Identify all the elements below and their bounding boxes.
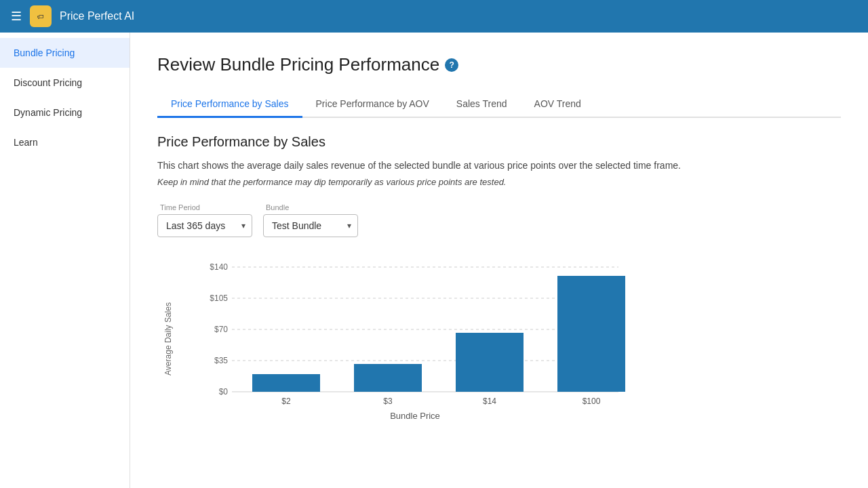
svg-text:$3: $3: [383, 396, 393, 405]
app-logo: 🏷: [30, 5, 52, 27]
section-title: Price Performance by Sales: [157, 134, 841, 150]
tab-aov-trend[interactable]: AOV Trend: [521, 92, 595, 118]
svg-text:$70: $70: [214, 325, 228, 334]
svg-text:$2: $2: [281, 396, 291, 405]
sidebar-item-dynamic-pricing[interactable]: Dynamic Pricing: [0, 98, 130, 127]
sidebar: Bundle Pricing Discount Pricing Dynamic …: [0, 33, 130, 488]
time-period-wrapper: Last 365 days Last 30 days Last 90 days …: [157, 214, 252, 237]
tab-price-by-sales[interactable]: Price Performance by Sales: [157, 92, 302, 118]
bundle-label: Bundle: [263, 203, 358, 211]
app-title: Price Perfect AI: [60, 10, 134, 22]
svg-text:$105: $105: [210, 293, 228, 303]
chart-y-axis-label: Average Daily Sales: [163, 302, 173, 375]
topbar: ☰ 🏷 Price Perfect AI: [0, 0, 868, 33]
section-note: Keep in mind that the performance may di…: [157, 177, 841, 187]
svg-text:$14: $14: [483, 396, 496, 405]
chart-x-axis-label: Bundle Price: [198, 411, 632, 421]
bar-chart: $0 $35 $70 $105 $140 $2 $3 $14 $100: [198, 256, 632, 405]
time-period-filter: Time Period Last 365 days Last 30 days L…: [157, 203, 252, 237]
help-icon[interactable]: ?: [445, 58, 458, 72]
bundle-filter: Bundle Test Bundle Bundle A Bundle B: [263, 203, 358, 237]
svg-text:$140: $140: [210, 262, 228, 272]
section-description: This chart shows the average daily sales…: [157, 158, 841, 173]
svg-text:$0: $0: [219, 387, 229, 396]
time-period-label: Time Period: [157, 203, 252, 211]
svg-text:$35: $35: [214, 356, 228, 365]
tab-price-by-aov[interactable]: Price Performance by AOV: [302, 92, 443, 118]
svg-text:$100: $100: [583, 396, 601, 405]
bar-2: [252, 374, 320, 392]
bundle-wrapper: Test Bundle Bundle A Bundle B: [263, 214, 358, 237]
bar-100: [557, 276, 625, 392]
tab-sales-trend[interactable]: Sales Trend: [443, 92, 521, 118]
bar-14: [456, 333, 524, 392]
sidebar-item-bundle-pricing[interactable]: Bundle Pricing: [0, 38, 130, 68]
filters-row: Time Period Last 365 days Last 30 days L…: [157, 203, 841, 237]
bundle-select[interactable]: Test Bundle Bundle A Bundle B: [263, 214, 358, 237]
hamburger-menu-icon[interactable]: ☰: [11, 9, 22, 24]
main-content: Review Bundle Pricing Performance ? Pric…: [130, 33, 868, 488]
svg-text:🏷: 🏷: [37, 13, 44, 20]
sidebar-item-discount-pricing[interactable]: Discount Pricing: [0, 68, 130, 98]
tabs-bar: Price Performance by Sales Price Perform…: [157, 92, 841, 118]
layout: Bundle Pricing Discount Pricing Dynamic …: [0, 33, 868, 488]
bar-3: [354, 364, 422, 392]
time-period-select[interactable]: Last 365 days Last 30 days Last 90 days …: [157, 214, 252, 237]
page-title: Review Bundle Pricing Performance: [157, 54, 439, 75]
page-title-row: Review Bundle Pricing Performance ?: [157, 54, 841, 75]
sidebar-item-learn[interactable]: Learn: [0, 127, 130, 157]
chart-area: Average Daily Sales $0 $35 $70 $105 $140: [157, 256, 646, 421]
